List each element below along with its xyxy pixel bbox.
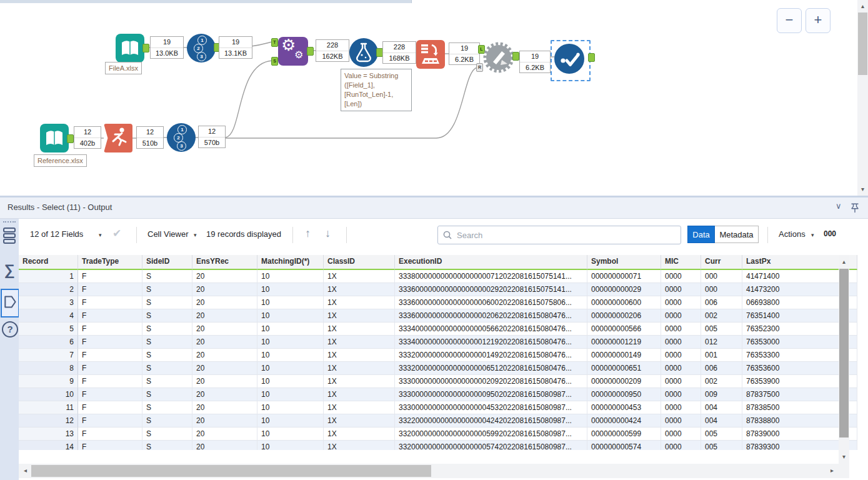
data-cell[interactable]: S: [142, 296, 192, 309]
data-cell[interactable]: F: [78, 322, 142, 336]
data-cell[interactable]: F: [78, 375, 142, 388]
record-number-cell[interactable]: 10: [19, 388, 78, 401]
data-cell[interactable]: 1X: [324, 283, 395, 296]
cross-tab-tool[interactable]: [416, 40, 445, 69]
record-id-tool-1[interactable]: 1 2 3: [187, 34, 216, 62]
data-cell[interactable]: F: [78, 362, 142, 375]
data-cell[interactable]: 000000000599: [587, 428, 661, 441]
data-cell[interactable]: 20: [192, 401, 257, 414]
data-cell[interactable]: 1X: [324, 388, 395, 401]
data-cell[interactable]: 1X: [324, 375, 395, 388]
profile-view-icon[interactable]: ∑: [2, 261, 17, 279]
data-cell[interactable]: S: [142, 336, 192, 349]
scroll-left-icon[interactable]: ◂: [20, 465, 31, 476]
data-cell[interactable]: 10: [257, 401, 324, 414]
data-cell[interactable]: 3332000000000000000001492022081615080476…: [395, 349, 587, 362]
record-number-cell[interactable]: 2: [19, 283, 78, 296]
data-cell[interactable]: 000: [701, 283, 742, 296]
scroll-down-icon[interactable]: ▾: [857, 184, 868, 195]
connection-badge[interactable]: 19 13.1KB: [219, 36, 252, 59]
data-cell[interactable]: 10: [257, 428, 324, 441]
search-input[interactable]: [456, 227, 677, 243]
table-horizontal-scrollbar[interactable]: ◂ ▸: [19, 464, 839, 478]
formula-tool[interactable]: [349, 38, 378, 67]
data-cell[interactable]: 3330000000000000000009502022081615080987…: [395, 388, 587, 401]
workflow-canvas[interactable]: FileA.xlsx 19 13.0KB 1 2 3 19 13.1KB T S…: [0, 0, 868, 196]
target-input-anchor[interactable]: T: [271, 38, 278, 47]
zoom-in-button[interactable]: +: [806, 8, 831, 33]
data-cell[interactable]: 000000000029: [587, 283, 661, 296]
generate-rows-tool[interactable]: [104, 124, 132, 152]
data-cell[interactable]: 20: [192, 349, 257, 362]
record-number-cell[interactable]: 11: [19, 401, 78, 414]
data-cell[interactable]: 10: [257, 388, 324, 401]
data-cell[interactable]: 0000: [661, 375, 701, 388]
zoom-out-button[interactable]: −: [777, 8, 802, 33]
data-cell[interactable]: 0000: [661, 349, 701, 362]
record-number-cell[interactable]: 3: [19, 296, 78, 309]
data-cell[interactable]: 1X: [324, 362, 395, 375]
record-number-cell[interactable]: 1: [19, 270, 78, 283]
data-cell[interactable]: 009: [701, 388, 742, 401]
prev-record-arrow-icon[interactable]: ↑: [305, 227, 311, 240]
record-number-cell[interactable]: 8: [19, 362, 78, 375]
column-header[interactable]: ExecutionID: [395, 255, 587, 270]
data-cell[interactable]: 012: [701, 336, 742, 349]
data-cell[interactable]: S: [142, 401, 192, 414]
column-header[interactable]: Symbol: [587, 255, 661, 270]
data-cell[interactable]: 20: [192, 414, 257, 428]
column-header[interactable]: ClassID: [324, 255, 395, 270]
data-cell[interactable]: 000000000209: [587, 375, 661, 388]
column-header[interactable]: SideID: [142, 255, 192, 270]
chevron-down-icon[interactable]: ▾: [99, 232, 102, 238]
data-cell[interactable]: 0000: [661, 388, 701, 401]
data-cell[interactable]: F: [78, 428, 142, 441]
search-box[interactable]: [437, 226, 681, 244]
record-number-cell[interactable]: 12: [19, 414, 78, 428]
overflow-menu[interactable]: 000: [824, 229, 836, 238]
record-number-cell[interactable]: 5: [19, 322, 78, 336]
scrollbar-thumb[interactable]: [858, 12, 867, 75]
data-cell[interactable]: 1X: [324, 336, 395, 349]
data-cell[interactable]: 3332000000000000000006512022081615080476…: [395, 362, 587, 375]
column-header[interactable]: TradeType: [78, 255, 142, 270]
data-cell[interactable]: 3320000000000000000005742022081615080987…: [395, 441, 587, 450]
data-tab-button[interactable]: Data: [687, 226, 715, 243]
data-cell[interactable]: 0000: [661, 296, 701, 309]
column-header[interactable]: EnsYRec: [192, 255, 257, 270]
data-cell[interactable]: 000000000566: [587, 322, 661, 336]
scroll-up-icon[interactable]: ▴: [857, 1, 868, 12]
data-cell[interactable]: 000000000206: [587, 309, 661, 322]
data-cell[interactable]: 0000: [661, 270, 701, 283]
data-cell[interactable]: 000: [701, 270, 742, 283]
tool-annotation-filea[interactable]: FileA.xlsx: [105, 62, 142, 74]
data-cell[interactable]: 3336000000000000000002062022081615080476…: [395, 309, 587, 322]
data-cell[interactable]: 3336000000000000000006002022081615075806…: [395, 296, 587, 309]
data-cell[interactable]: 004: [701, 414, 742, 428]
record-id-tool-2[interactable]: 1 2 3: [167, 123, 196, 152]
data-cell[interactable]: 3330000000000000000002092022081615080476…: [395, 375, 587, 388]
scroll-right-icon[interactable]: ▸: [827, 465, 837, 476]
data-cell[interactable]: F: [78, 296, 142, 309]
chevron-down-icon[interactable]: ▾: [194, 232, 197, 238]
connection-badge[interactable]: 19 13.0KB: [150, 36, 184, 59]
data-cell[interactable]: S: [142, 375, 192, 388]
data-cell[interactable]: 20: [192, 296, 257, 309]
output-anchor[interactable]: [512, 52, 519, 61]
data-cell[interactable]: S: [142, 322, 192, 336]
scroll-up-icon[interactable]: ▴: [839, 256, 849, 268]
data-cell[interactable]: 000000001219: [587, 336, 661, 349]
input-data-tool-reference[interactable]: [40, 124, 69, 152]
data-cell[interactable]: S: [142, 441, 192, 450]
record-number-cell[interactable]: 14: [19, 441, 78, 450]
table-vertical-scrollbar[interactable]: ▴ ▾: [839, 255, 849, 464]
data-cell[interactable]: 0000: [661, 428, 701, 441]
data-cell[interactable]: 20: [192, 441, 257, 450]
output-anchor[interactable]: [142, 44, 149, 52]
data-cell[interactable]: S: [142, 270, 192, 283]
data-cell[interactable]: 000000000651: [587, 362, 661, 375]
data-cell[interactable]: 006: [701, 296, 742, 309]
connection-badge[interactable]: 12 570b: [198, 126, 226, 148]
data-cell[interactable]: 3334000000000000000005662022081615080476…: [395, 322, 587, 336]
data-cell[interactable]: 1X: [324, 401, 395, 414]
